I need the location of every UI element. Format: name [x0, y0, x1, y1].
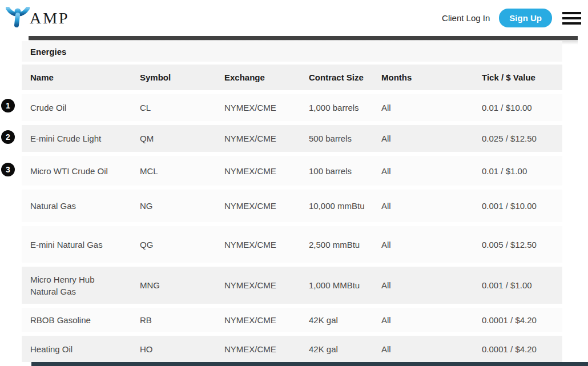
- annotation-badge: 3: [1, 163, 15, 176]
- cell-exchange: NYMEX/CME: [216, 343, 300, 355]
- cell-contract-size: 10,000 mmBtu: [300, 200, 373, 212]
- cell-symbol: HO: [131, 343, 216, 355]
- cell-months: All: [373, 279, 473, 291]
- cell-months: All: [373, 132, 473, 144]
- table-header-row: Name Symbol Exchange Contract Size Month…: [22, 65, 562, 90]
- menu-icon[interactable]: [561, 10, 582, 27]
- col-header-symbol: Symbol: [131, 71, 216, 83]
- site-header: AMP Client Log In Sign Up: [0, 0, 588, 36]
- cell-exchange: NYMEX/CME: [216, 279, 300, 291]
- cell-months: All: [373, 343, 473, 355]
- cell-exchange: NYMEX/CME: [216, 314, 300, 326]
- table-row: Micro WTI Crude Oil MCL NYMEX/CME 100 ba…: [22, 156, 562, 186]
- cell-name: Crude Oil: [22, 102, 131, 114]
- col-header-exchange: Exchange: [216, 71, 300, 83]
- cell-name: E-mini Crude Light: [22, 132, 131, 144]
- cell-tick-value: 0.0001 / $4.20: [473, 314, 562, 326]
- cell-name: RBOB Gasoline: [22, 314, 131, 326]
- cell-tick-value: 0.005 / $12.50: [473, 239, 562, 251]
- cell-months: All: [373, 314, 473, 326]
- energies-table: Energies Name Symbol Exchange Contract S…: [22, 41, 562, 362]
- cell-name: Heating Oil: [22, 343, 131, 355]
- col-header-name: Name: [22, 71, 131, 83]
- cell-months: All: [373, 200, 473, 212]
- table-section-title: Energies: [22, 41, 562, 62]
- table-row: Heating Oil HO NYMEX/CME 42K gal All 0.0…: [22, 336, 562, 362]
- cell-symbol: CL: [131, 102, 216, 114]
- client-login-link[interactable]: Client Log In: [442, 13, 490, 23]
- page: AMP Client Log In Sign Up 123 Energies N…: [0, 0, 588, 366]
- cell-tick-value: 0.01 / $1.00: [473, 165, 562, 177]
- cell-contract-size: 1,000 barrels: [300, 102, 373, 114]
- cell-name: Natural Gas: [22, 200, 131, 212]
- table-row: RBOB Gasoline RB NYMEX/CME 42K gal All 0…: [22, 308, 562, 332]
- cell-tick-value: 0.025 / $12.50: [473, 132, 562, 144]
- cell-symbol: RB: [131, 314, 216, 326]
- cell-exchange: NYMEX/CME: [216, 132, 300, 144]
- cell-exchange: NYMEX/CME: [216, 165, 300, 177]
- cell-symbol: QG: [131, 239, 216, 251]
- cell-contract-size: 42K gal: [300, 343, 373, 355]
- cell-contract-size: 1,000 MMBtu: [300, 279, 373, 291]
- cell-contract-size: 42K gal: [300, 314, 373, 326]
- cell-months: All: [373, 102, 473, 114]
- cell-contract-size: 500 barrels: [300, 132, 373, 144]
- cell-name: Micro Henry Hub Natural Gas: [22, 274, 131, 297]
- cell-exchange: NYMEX/CME: [216, 239, 300, 251]
- col-header-contract-size: Contract Size: [300, 71, 373, 83]
- amp-person-icon: [6, 7, 30, 30]
- cell-contract-size: 2,500 mmBtu: [300, 239, 373, 251]
- cell-tick-value: 0.0001 / $4.20: [473, 343, 562, 355]
- cell-name: Micro WTI Crude Oil: [22, 165, 131, 177]
- col-header-tick-value: Tick / $ Value: [473, 71, 562, 83]
- cell-exchange: NYMEX/CME: [216, 102, 300, 114]
- top-divider-bar: [29, 36, 578, 40]
- sign-up-button[interactable]: Sign Up: [499, 9, 552, 27]
- table-row: Crude Oil CL NYMEX/CME 1,000 barrels All…: [22, 94, 562, 121]
- cell-tick-value: 0.01 / $10.00: [473, 102, 562, 114]
- cell-symbol: MCL: [131, 165, 216, 177]
- cell-contract-size: 100 barrels: [300, 165, 373, 177]
- amp-logo[interactable]: AMP: [6, 7, 70, 30]
- cell-symbol: QM: [131, 132, 216, 144]
- table-row: Micro Henry Hub Natural Gas MNG NYMEX/CM…: [22, 267, 562, 304]
- table-row: E-mini Crude Light QM NYMEX/CME 500 barr…: [22, 125, 562, 152]
- cell-tick-value: 0.001 / $10.00: [473, 200, 562, 212]
- table-row: Natural Gas NG NYMEX/CME 10,000 mmBtu Al…: [22, 190, 562, 222]
- cell-tick-value: 0.001 / $1.00: [473, 279, 562, 291]
- logo-wordmark: AMP: [30, 9, 70, 27]
- cell-exchange: NYMEX/CME: [216, 200, 300, 212]
- cell-name: E-mini Natural Gas: [22, 239, 131, 251]
- annotation-badge: 1: [1, 99, 15, 112]
- cell-months: All: [373, 239, 473, 251]
- bottom-divider-bar: [31, 362, 588, 366]
- table-row: E-mini Natural Gas QG NYMEX/CME 2,500 mm…: [22, 226, 562, 263]
- annotation-badge: 2: [1, 130, 15, 144]
- cell-symbol: MNG: [131, 279, 216, 291]
- cell-months: All: [373, 165, 473, 177]
- cell-symbol: NG: [131, 200, 216, 212]
- header-actions: Client Log In Sign Up: [442, 9, 582, 27]
- col-header-months: Months: [373, 71, 473, 83]
